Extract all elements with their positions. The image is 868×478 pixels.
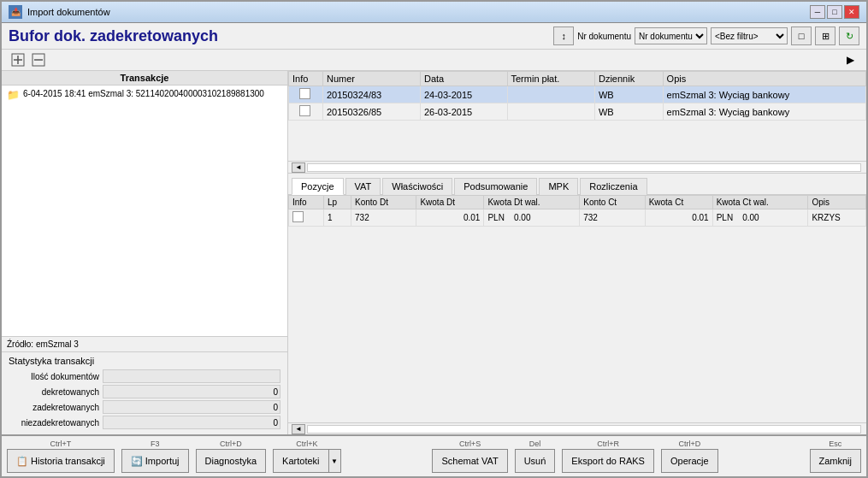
kartoteki-dropdown-arrow[interactable]: ▼ bbox=[329, 449, 341, 473]
grid-icon-btn[interactable]: ⊞ bbox=[815, 27, 836, 45]
pos-row-0-kwota-dt-wal: PLN 0.00 bbox=[484, 209, 580, 227]
sort-icon-btn[interactable]: ↕ bbox=[553, 27, 574, 45]
pos-col-kwota-dt-wal: Kwota Dt wal. bbox=[484, 196, 580, 209]
btn-group-kartoteki: Ctrl+K Kartoteki ▼ bbox=[273, 440, 340, 473]
pos-row-0-kwota-ct: 0.01 bbox=[645, 209, 712, 227]
stats-label-0: Ilość dokumentów bbox=[9, 372, 103, 381]
stats-input-0[interactable] bbox=[103, 369, 280, 383]
pos-table-hscroll[interactable]: ◄ bbox=[288, 422, 866, 434]
sort-select[interactable]: Nr dokumentu bbox=[635, 27, 707, 44]
checkbox-1[interactable] bbox=[299, 105, 310, 116]
expand-all-btn[interactable] bbox=[9, 51, 27, 68]
filter-icon-btn[interactable]: □ bbox=[791, 27, 812, 45]
checkbox-0[interactable] bbox=[299, 88, 310, 99]
doc-table-area: Info Numer Data Termin płat. Dziennik Op… bbox=[288, 71, 866, 174]
col-header-info: Info bbox=[289, 72, 323, 86]
pos-row-0-info bbox=[289, 209, 324, 227]
btn-group-diagnostyka: Ctrl+D Diagnostyka bbox=[196, 440, 267, 473]
source-label: Źródło: bbox=[7, 339, 33, 349]
pos-row-0-kwota-ct-wal: PLN 0.00 bbox=[712, 209, 808, 227]
col-header-data: Data bbox=[420, 72, 507, 86]
historia-icon: 📋 bbox=[16, 456, 28, 467]
pos-row-0-kwota-dt: 0.01 bbox=[416, 209, 484, 227]
eksport-raks-button[interactable]: Eksport do RAKS bbox=[562, 449, 654, 473]
btn-group-usun: Del Usuń bbox=[515, 440, 556, 473]
doc-row-1-dziennik: WB bbox=[594, 103, 663, 121]
pos-col-lp: Lp bbox=[323, 196, 351, 209]
doc-table-hscroll[interactable]: ◄ bbox=[288, 161, 866, 173]
shortcut-usun: Del bbox=[529, 440, 541, 448]
doc-table-scroll[interactable]: Info Numer Data Termin płat. Dziennik Op… bbox=[288, 71, 866, 161]
doc-row-1[interactable]: 20150326/85 26-03-2015 WB emSzmal 3: Wyc… bbox=[289, 103, 866, 121]
pos-hscrollbar-track[interactable] bbox=[307, 425, 861, 434]
pos-row-0-opis: KRZYS bbox=[808, 209, 866, 227]
importuj-button[interactable]: 🔄 Importuj bbox=[121, 449, 189, 473]
pos-row-0-konto-dt: 732 bbox=[351, 209, 416, 227]
refresh-icon-btn[interactable]: ↻ bbox=[839, 27, 859, 45]
title-bar: 📥 Import dokumentów ─ □ ✕ bbox=[2, 2, 866, 23]
stats-input-3[interactable] bbox=[103, 416, 280, 429]
usun-button[interactable]: Usuń bbox=[515, 449, 556, 473]
main-title: Bufor dok. zadekretowanych bbox=[9, 27, 546, 45]
pos-scroll-left-btn[interactable]: ◄ bbox=[292, 424, 305, 434]
stats-label-2: zadekretowanych bbox=[9, 403, 103, 412]
doc-row-0-numer: 20150324/83 bbox=[323, 86, 421, 103]
col-header-opis: Opis bbox=[663, 72, 865, 86]
hscrollbar-track[interactable] bbox=[307, 163, 861, 172]
doc-row-1-opis: emSzmal 3: Wyciąg bankowy bbox=[663, 103, 865, 121]
shortcut-zamknij: Esc bbox=[829, 440, 841, 448]
maximize-button[interactable]: □ bbox=[827, 5, 842, 19]
schemat-vat-button[interactable]: Schemat VAT bbox=[432, 449, 507, 473]
left-panel-header: Transakcje bbox=[2, 71, 287, 86]
main-header: Bufor dok. zadekretowanych ↕ Nr dokument… bbox=[2, 23, 866, 50]
pos-col-info: Info bbox=[289, 196, 324, 209]
stats-row-1: dekretowanych bbox=[9, 385, 280, 398]
btn-group-zamknij: Esc Zamknij bbox=[810, 440, 862, 473]
second-toolbar: ▶ bbox=[2, 50, 866, 71]
scroll-right-btn[interactable]: ▶ bbox=[841, 51, 859, 68]
diagnostyka-button[interactable]: Diagnostyka bbox=[196, 449, 267, 473]
shortcut-kartoteki: Ctrl+K bbox=[296, 440, 317, 448]
operacje-button[interactable]: Operacje bbox=[661, 449, 718, 473]
close-button[interactable]: ✕ bbox=[844, 5, 859, 19]
stats-input-1[interactable] bbox=[103, 385, 280, 398]
doc-row-1-numer: 20150326/85 bbox=[323, 103, 421, 121]
doc-row-1-termin bbox=[507, 103, 594, 121]
pos-col-konto-dt: Konto Dt bbox=[351, 196, 416, 209]
col-header-dziennik: Dziennik bbox=[594, 72, 663, 86]
minimize-button[interactable]: ─ bbox=[810, 5, 825, 19]
filter-select[interactable]: <Bez filtru> bbox=[711, 27, 788, 44]
stats-section: Statystyka transakcji Ilość dokumentów d… bbox=[2, 351, 287, 434]
kartoteki-button[interactable]: Kartoteki bbox=[273, 449, 328, 473]
tree-item[interactable]: 📁 6-04-2015 18:41 emSzmal 3: 52114020040… bbox=[3, 87, 286, 103]
doc-row-0-opis: emSzmal 3: Wyciąg bankowy bbox=[663, 86, 865, 103]
positions-table-area[interactable]: Info Lp Konto Dt Kwota Dt Kwota Dt wal. … bbox=[288, 195, 866, 422]
doc-table: Info Numer Data Termin płat. Dziennik Op… bbox=[288, 71, 866, 121]
collapse-all-btn[interactable] bbox=[29, 51, 48, 68]
pos-checkbox-0[interactable] bbox=[292, 211, 304, 222]
right-panel: Info Numer Data Termin płat. Dziennik Op… bbox=[288, 71, 866, 434]
transactions-list[interactable]: 📁 6-04-2015 18:41 emSzmal 3: 52114020040… bbox=[2, 86, 287, 336]
pos-col-kwota-dt: Kwota Dt bbox=[416, 196, 484, 209]
tab-rozliczenia[interactable]: Rozliczenia bbox=[580, 178, 647, 195]
main-window: 📥 Import dokumentów ─ □ ✕ Bufor dok. zad… bbox=[0, 0, 868, 478]
doc-row-0[interactable]: 20150324/83 24-03-2015 WB emSzmal 3: Wyc… bbox=[289, 86, 866, 103]
positions-table: Info Lp Konto Dt Kwota Dt Kwota Dt wal. … bbox=[288, 195, 866, 227]
tab-vat[interactable]: VAT bbox=[345, 178, 381, 195]
pos-row-0-lp: 1 bbox=[323, 209, 351, 227]
bottom-toolbar: Ctrl+T 📋 Historia transakcji F3 🔄 Import… bbox=[2, 434, 866, 476]
tab-wlasciwosci[interactable]: Właściwości bbox=[382, 178, 452, 195]
doc-row-0-info bbox=[289, 86, 323, 103]
stats-input-2[interactable] bbox=[103, 400, 280, 414]
historia-transakcji-button[interactable]: 📋 Historia transakcji bbox=[7, 449, 115, 473]
zamknij-button[interactable]: Zamknij bbox=[810, 449, 862, 473]
pos-row-0[interactable]: 1 732 0.01 PLN 0.00 732 0.01 PLN 0.00 KR… bbox=[289, 209, 866, 227]
scroll-left-btn[interactable]: ◄ bbox=[292, 162, 305, 173]
doc-row-0-data: 24-03-2015 bbox=[420, 86, 507, 103]
tab-podsumowanie[interactable]: Podsumowanie bbox=[454, 178, 537, 195]
tab-pozycje[interactable]: Pozycje bbox=[292, 178, 344, 195]
doc-row-0-termin bbox=[507, 86, 594, 103]
doc-row-0-dziennik: WB bbox=[594, 86, 663, 103]
stats-title: Statystyka transakcji bbox=[9, 356, 280, 366]
tab-mpk[interactable]: MPK bbox=[539, 178, 578, 195]
